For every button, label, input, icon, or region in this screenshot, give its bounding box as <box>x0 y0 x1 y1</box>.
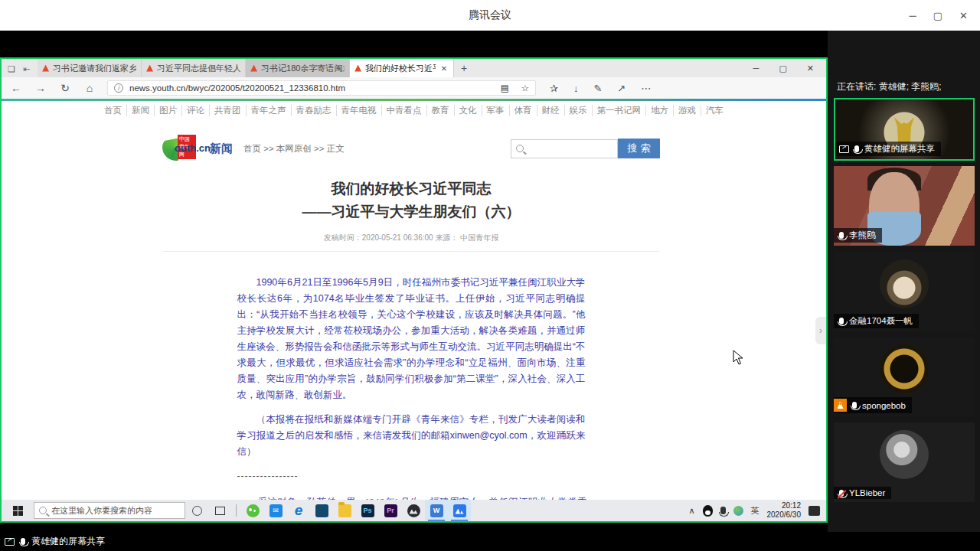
forward-icon[interactable]: → <box>34 82 47 94</box>
media-app-icon <box>407 504 420 517</box>
participant-name: YLBieber <box>849 488 885 497</box>
nav-item[interactable]: 第一书记网 <box>592 105 646 116</box>
w-doc-app[interactable]: W <box>425 500 448 521</box>
participant-name: 黄雄健的屏幕共享 <box>864 143 935 155</box>
windows-logo-icon <box>13 506 23 516</box>
site-info-icon[interactable]: i <box>114 83 123 93</box>
share-icon[interactable]: ↗ <box>617 83 626 94</box>
browser-maximize-icon[interactable]: ▢ <box>779 64 786 73</box>
favorite-star-icon[interactable]: ☆ <box>521 83 529 93</box>
downloads-icon[interactable]: ↓ <box>573 83 579 94</box>
nav-item[interactable]: 共青团 <box>209 105 246 116</box>
task-view-icon <box>215 507 225 515</box>
ink-notes-icon[interactable]: ✎ <box>593 83 602 94</box>
speaking-banner: 正在讲话: 黄雄健; 李熊鸥; <box>837 80 942 93</box>
tencent-meeting-icon <box>453 504 466 517</box>
mail-icon: ✉ <box>270 504 283 517</box>
action-center-icon[interactable] <box>808 506 820 516</box>
photoshop-app[interactable]: Ps <box>356 500 379 521</box>
tab-preview-icon[interactable]: ⇤ <box>23 64 30 74</box>
premiere-app[interactable]: Pr <box>379 500 402 521</box>
screen-share-icon <box>5 538 15 546</box>
qq-icon[interactable] <box>703 505 713 517</box>
shared-screen: ❏ ⇤ 习书记邀请我们返家乡搞农 习近平同志提倡年轻人要"自 习书记180余字寄… <box>0 57 828 523</box>
taskbar-separator <box>236 504 237 517</box>
nav-item[interactable]: 评论 <box>181 105 209 116</box>
tab-close-icon[interactable]: ✕ <box>439 64 449 73</box>
language-indicator[interactable]: 英 <box>751 505 760 517</box>
edge-app[interactable]: e <box>287 500 310 521</box>
search-icon <box>516 145 524 152</box>
task-view-button[interactable] <box>208 500 231 521</box>
refresh-icon[interactable]: ↻ <box>58 82 72 94</box>
browser-tab-2[interactable]: 习近平同志提倡年轻人要"自 <box>142 59 246 77</box>
avatar <box>880 344 929 393</box>
nav-item[interactable]: 财经 <box>537 105 564 116</box>
start-button[interactable] <box>2 500 34 521</box>
more-options-icon[interactable]: ⋯ <box>641 83 651 94</box>
close-icon[interactable]: ✕ <box>959 10 968 21</box>
cortana-button[interactable] <box>185 500 208 521</box>
section-title[interactable]: 新闻 <box>210 142 233 156</box>
mail-app[interactable]: ✉ <box>264 500 287 521</box>
article-divider: ---------------- <box>237 468 586 484</box>
minimize-icon[interactable]: ─ <box>910 10 916 21</box>
tray-expand-icon[interactable]: ∧ <box>688 506 694 516</box>
participant-tile[interactable]: 李熊鸥 <box>834 166 975 246</box>
nav-item[interactable]: 文化 <box>454 105 482 116</box>
nav-item[interactable]: 地方 <box>645 105 673 116</box>
youthcn-logo[interactable]: 中国青年网 outh.cn <box>162 135 196 162</box>
nav-item[interactable]: 中青看点 <box>381 105 426 116</box>
reading-mode-icon[interactable]: ▤ <box>501 83 509 93</box>
nav-item[interactable]: 首页 <box>100 105 126 116</box>
file-explorer-app[interactable] <box>333 500 356 521</box>
store-app[interactable] <box>310 500 333 521</box>
nav-item[interactable]: 汽车 <box>701 105 728 116</box>
wechat-app[interactable] <box>241 500 264 521</box>
address-bar[interactable]: i news.youth.cn/bwyc/202005/t20200521_12… <box>107 80 536 96</box>
nav-item[interactable]: 新闻 <box>126 105 154 116</box>
browser-close-icon[interactable]: ✕ <box>807 64 814 73</box>
back-icon[interactable]: ← <box>9 82 23 94</box>
participant-label: YLBieber <box>834 487 891 499</box>
edge-icon: e <box>295 502 303 519</box>
store-icon <box>315 504 328 517</box>
taskbar-search-input[interactable]: 在这里输入你要搜索的内容 <box>34 502 185 519</box>
tencent-meeting-app[interactable] <box>448 500 471 521</box>
clock[interactable]: 20:12 2020/6/30 <box>767 501 802 520</box>
nav-item[interactable]: 娱乐 <box>564 105 592 116</box>
search-placeholder: 在这里输入你要搜索的内容 <box>51 505 152 517</box>
input-method-icon[interactable] <box>733 506 743 516</box>
nav-item[interactable]: 青春励志 <box>291 105 336 116</box>
webpage: 首页 新闻 图片 评论 共青团 青年之声 青春励志 青年电视 中青看点 教育 文… <box>2 99 826 503</box>
nav-item[interactable]: 图片 <box>154 105 181 116</box>
meeting-title: 腾讯会议 <box>469 8 511 22</box>
tray-mic-icon[interactable] <box>720 507 726 514</box>
nav-item[interactable]: 教育 <box>426 105 454 116</box>
set-aside-tabs-icon[interactable]: ❏ <box>8 64 15 74</box>
participant-tile[interactable]: YLBieber <box>834 422 975 502</box>
nav-item[interactable]: 体育 <box>509 105 537 116</box>
maximize-icon[interactable]: ▢ <box>933 10 942 21</box>
participant-tile[interactable]: spongebob <box>834 337 975 416</box>
home-icon[interactable]: ⌂ <box>83 82 96 94</box>
new-tab-button[interactable]: + <box>454 59 474 77</box>
nav-item[interactable]: 青年电视 <box>336 105 381 116</box>
participant-tile[interactable]: 金融1704聂一帆 <box>834 252 975 331</box>
browser-tab-3[interactable]: 习书记180余字寄语闽东大学 <box>246 59 350 77</box>
premiere-icon: Pr <box>384 504 397 517</box>
video-thumbnail <box>894 117 914 143</box>
browser-minimize-icon[interactable]: ─ <box>753 64 760 73</box>
nav-item[interactable]: 游戏 <box>673 105 701 116</box>
nav-item[interactable]: 军事 <box>482 105 509 116</box>
breadcrumb[interactable]: 首页 >> 本网原创 >> 正文 <box>243 143 345 155</box>
browser-tab-4-active[interactable]: 我们的好校长习近平同志 ✕ <box>350 59 454 77</box>
hub-favorites-icon[interactable]: ✰ <box>550 83 558 94</box>
search-input[interactable] <box>511 139 618 158</box>
sidebar-expander-chevron[interactable]: › <box>815 317 826 344</box>
nav-item[interactable]: 青年之声 <box>246 105 291 116</box>
search-button[interactable]: 搜索 <box>618 139 660 158</box>
participant-tile-screenshare[interactable]: 黄雄健的屏幕共享 <box>834 98 975 161</box>
browser-tab-1[interactable]: 习书记邀请我们返家乡搞农 <box>38 59 142 77</box>
media-app[interactable] <box>402 500 425 521</box>
